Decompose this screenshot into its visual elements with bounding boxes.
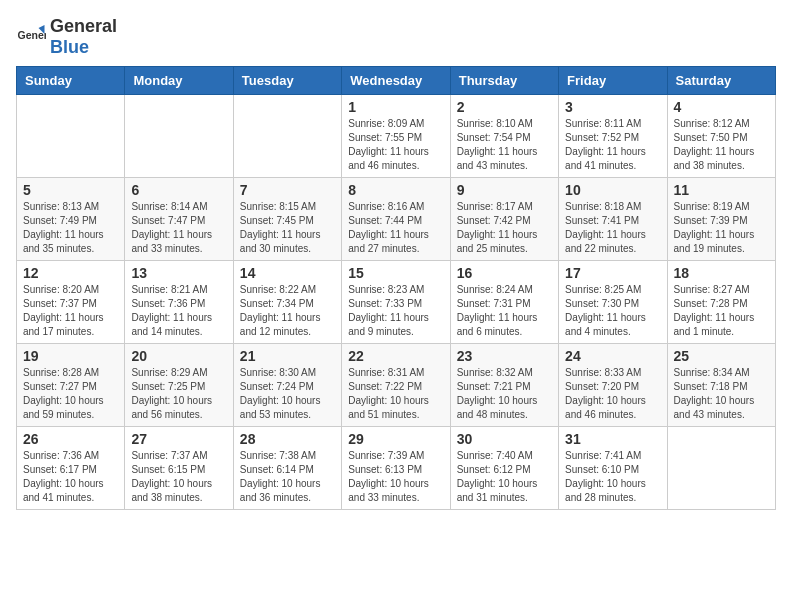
- calendar-week-5: 26Sunrise: 7:36 AM Sunset: 6:17 PM Dayli…: [17, 427, 776, 510]
- day-header-friday: Friday: [559, 67, 667, 95]
- day-number: 14: [240, 265, 335, 281]
- day-number: 19: [23, 348, 118, 364]
- day-number: 17: [565, 265, 660, 281]
- calendar-cell: 23Sunrise: 8:32 AM Sunset: 7:21 PM Dayli…: [450, 344, 558, 427]
- calendar-cell: 27Sunrise: 7:37 AM Sunset: 6:15 PM Dayli…: [125, 427, 233, 510]
- calendar-cell: 5Sunrise: 8:13 AM Sunset: 7:49 PM Daylig…: [17, 178, 125, 261]
- calendar-cell: 19Sunrise: 8:28 AM Sunset: 7:27 PM Dayli…: [17, 344, 125, 427]
- day-number: 8: [348, 182, 443, 198]
- day-info: Sunrise: 8:14 AM Sunset: 7:47 PM Dayligh…: [131, 200, 226, 256]
- day-number: 22: [348, 348, 443, 364]
- day-number: 20: [131, 348, 226, 364]
- day-number: 30: [457, 431, 552, 447]
- calendar-week-4: 19Sunrise: 8:28 AM Sunset: 7:27 PM Dayli…: [17, 344, 776, 427]
- calendar-cell: 9Sunrise: 8:17 AM Sunset: 7:42 PM Daylig…: [450, 178, 558, 261]
- day-info: Sunrise: 8:20 AM Sunset: 7:37 PM Dayligh…: [23, 283, 118, 339]
- calendar-week-1: 1Sunrise: 8:09 AM Sunset: 7:55 PM Daylig…: [17, 95, 776, 178]
- day-number: 24: [565, 348, 660, 364]
- calendar-cell: 2Sunrise: 8:10 AM Sunset: 7:54 PM Daylig…: [450, 95, 558, 178]
- day-info: Sunrise: 8:19 AM Sunset: 7:39 PM Dayligh…: [674, 200, 769, 256]
- day-info: Sunrise: 8:32 AM Sunset: 7:21 PM Dayligh…: [457, 366, 552, 422]
- calendar-cell: 10Sunrise: 8:18 AM Sunset: 7:41 PM Dayli…: [559, 178, 667, 261]
- day-number: 23: [457, 348, 552, 364]
- day-number: 3: [565, 99, 660, 115]
- calendar-cell: 1Sunrise: 8:09 AM Sunset: 7:55 PM Daylig…: [342, 95, 450, 178]
- calendar-cell: 22Sunrise: 8:31 AM Sunset: 7:22 PM Dayli…: [342, 344, 450, 427]
- day-info: Sunrise: 8:13 AM Sunset: 7:49 PM Dayligh…: [23, 200, 118, 256]
- day-info: Sunrise: 8:11 AM Sunset: 7:52 PM Dayligh…: [565, 117, 660, 173]
- day-number: 18: [674, 265, 769, 281]
- calendar-cell: 13Sunrise: 8:21 AM Sunset: 7:36 PM Dayli…: [125, 261, 233, 344]
- calendar-cell: 21Sunrise: 8:30 AM Sunset: 7:24 PM Dayli…: [233, 344, 341, 427]
- logo: General General Blue: [16, 16, 117, 58]
- day-info: Sunrise: 8:12 AM Sunset: 7:50 PM Dayligh…: [674, 117, 769, 173]
- day-header-thursday: Thursday: [450, 67, 558, 95]
- calendar-cell: [125, 95, 233, 178]
- day-info: Sunrise: 7:37 AM Sunset: 6:15 PM Dayligh…: [131, 449, 226, 505]
- day-info: Sunrise: 7:39 AM Sunset: 6:13 PM Dayligh…: [348, 449, 443, 505]
- day-header-sunday: Sunday: [17, 67, 125, 95]
- day-number: 4: [674, 99, 769, 115]
- day-info: Sunrise: 7:36 AM Sunset: 6:17 PM Dayligh…: [23, 449, 118, 505]
- day-header-saturday: Saturday: [667, 67, 775, 95]
- calendar-cell: 25Sunrise: 8:34 AM Sunset: 7:18 PM Dayli…: [667, 344, 775, 427]
- day-info: Sunrise: 7:38 AM Sunset: 6:14 PM Dayligh…: [240, 449, 335, 505]
- day-number: 15: [348, 265, 443, 281]
- calendar-cell: 31Sunrise: 7:41 AM Sunset: 6:10 PM Dayli…: [559, 427, 667, 510]
- calendar-cell: 24Sunrise: 8:33 AM Sunset: 7:20 PM Dayli…: [559, 344, 667, 427]
- calendar-cell: 28Sunrise: 7:38 AM Sunset: 6:14 PM Dayli…: [233, 427, 341, 510]
- day-info: Sunrise: 7:40 AM Sunset: 6:12 PM Dayligh…: [457, 449, 552, 505]
- logo-general: General: [50, 16, 117, 36]
- calendar-cell: 17Sunrise: 8:25 AM Sunset: 7:30 PM Dayli…: [559, 261, 667, 344]
- calendar-cell: 16Sunrise: 8:24 AM Sunset: 7:31 PM Dayli…: [450, 261, 558, 344]
- day-info: Sunrise: 8:27 AM Sunset: 7:28 PM Dayligh…: [674, 283, 769, 339]
- day-info: Sunrise: 7:41 AM Sunset: 6:10 PM Dayligh…: [565, 449, 660, 505]
- day-number: 10: [565, 182, 660, 198]
- day-number: 5: [23, 182, 118, 198]
- calendar-cell: 20Sunrise: 8:29 AM Sunset: 7:25 PM Dayli…: [125, 344, 233, 427]
- day-info: Sunrise: 8:34 AM Sunset: 7:18 PM Dayligh…: [674, 366, 769, 422]
- day-number: 29: [348, 431, 443, 447]
- day-header-monday: Monday: [125, 67, 233, 95]
- day-info: Sunrise: 8:25 AM Sunset: 7:30 PM Dayligh…: [565, 283, 660, 339]
- day-info: Sunrise: 8:28 AM Sunset: 7:27 PM Dayligh…: [23, 366, 118, 422]
- day-info: Sunrise: 8:29 AM Sunset: 7:25 PM Dayligh…: [131, 366, 226, 422]
- calendar-cell: 14Sunrise: 8:22 AM Sunset: 7:34 PM Dayli…: [233, 261, 341, 344]
- day-number: 6: [131, 182, 226, 198]
- day-number: 26: [23, 431, 118, 447]
- day-info: Sunrise: 8:16 AM Sunset: 7:44 PM Dayligh…: [348, 200, 443, 256]
- day-info: Sunrise: 8:15 AM Sunset: 7:45 PM Dayligh…: [240, 200, 335, 256]
- day-number: 11: [674, 182, 769, 198]
- calendar-cell: 4Sunrise: 8:12 AM Sunset: 7:50 PM Daylig…: [667, 95, 775, 178]
- day-header-tuesday: Tuesday: [233, 67, 341, 95]
- calendar-cell: 6Sunrise: 8:14 AM Sunset: 7:47 PM Daylig…: [125, 178, 233, 261]
- logo-blue: Blue: [50, 37, 89, 57]
- day-info: Sunrise: 8:33 AM Sunset: 7:20 PM Dayligh…: [565, 366, 660, 422]
- calendar-week-2: 5Sunrise: 8:13 AM Sunset: 7:49 PM Daylig…: [17, 178, 776, 261]
- day-info: Sunrise: 8:10 AM Sunset: 7:54 PM Dayligh…: [457, 117, 552, 173]
- day-number: 16: [457, 265, 552, 281]
- calendar-cell: 30Sunrise: 7:40 AM Sunset: 6:12 PM Dayli…: [450, 427, 558, 510]
- day-number: 2: [457, 99, 552, 115]
- day-info: Sunrise: 8:09 AM Sunset: 7:55 PM Dayligh…: [348, 117, 443, 173]
- day-number: 1: [348, 99, 443, 115]
- day-info: Sunrise: 8:23 AM Sunset: 7:33 PM Dayligh…: [348, 283, 443, 339]
- calendar-week-3: 12Sunrise: 8:20 AM Sunset: 7:37 PM Dayli…: [17, 261, 776, 344]
- calendar-cell: 26Sunrise: 7:36 AM Sunset: 6:17 PM Dayli…: [17, 427, 125, 510]
- calendar-cell: [17, 95, 125, 178]
- calendar-cell: 29Sunrise: 7:39 AM Sunset: 6:13 PM Dayli…: [342, 427, 450, 510]
- day-info: Sunrise: 8:18 AM Sunset: 7:41 PM Dayligh…: [565, 200, 660, 256]
- day-number: 25: [674, 348, 769, 364]
- calendar-cell: 3Sunrise: 8:11 AM Sunset: 7:52 PM Daylig…: [559, 95, 667, 178]
- calendar-cell: 12Sunrise: 8:20 AM Sunset: 7:37 PM Dayli…: [17, 261, 125, 344]
- day-info: Sunrise: 8:21 AM Sunset: 7:36 PM Dayligh…: [131, 283, 226, 339]
- calendar-cell: 18Sunrise: 8:27 AM Sunset: 7:28 PM Dayli…: [667, 261, 775, 344]
- day-number: 13: [131, 265, 226, 281]
- calendar-header-row: SundayMondayTuesdayWednesdayThursdayFrid…: [17, 67, 776, 95]
- day-number: 7: [240, 182, 335, 198]
- calendar-cell: 11Sunrise: 8:19 AM Sunset: 7:39 PM Dayli…: [667, 178, 775, 261]
- day-info: Sunrise: 8:24 AM Sunset: 7:31 PM Dayligh…: [457, 283, 552, 339]
- day-number: 9: [457, 182, 552, 198]
- day-header-wednesday: Wednesday: [342, 67, 450, 95]
- page-header: General General Blue: [16, 16, 776, 58]
